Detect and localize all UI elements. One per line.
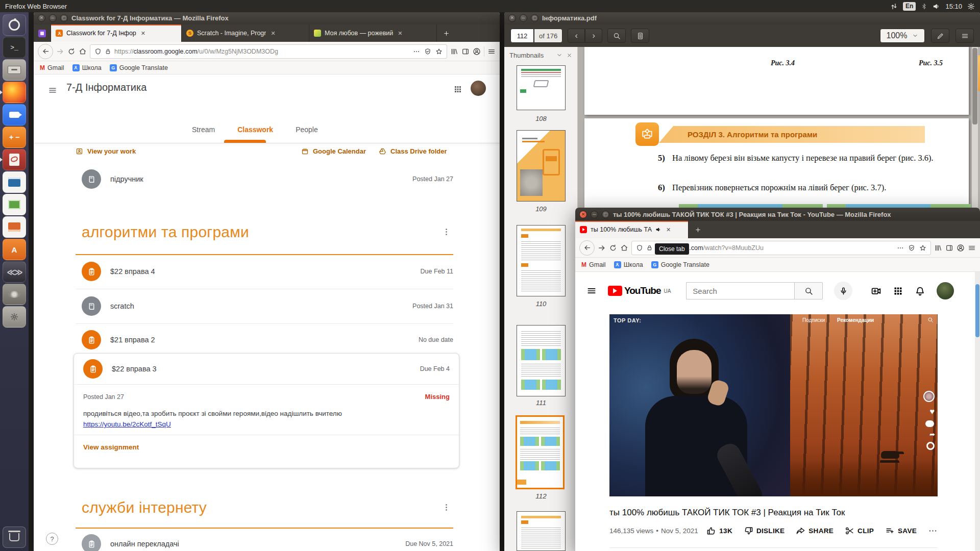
window-maximize-button[interactable]: ▢ (60, 14, 68, 22)
launcher-writer-icon[interactable] (3, 171, 26, 193)
bookmark-star-icon[interactable] (435, 48, 443, 55)
next-page-button[interactable]: › (585, 29, 602, 43)
voice-search-icon[interactable] (834, 282, 852, 300)
tab-close-icon[interactable]: ✕ (398, 30, 402, 37)
launcher-calculator-icon[interactable]: + − (3, 127, 26, 148)
launcher-software-icon[interactable]: A (3, 239, 26, 260)
material-row-pidruchnyk[interactable]: підручник Posted Jan 27 (82, 169, 453, 189)
page-actions-icon[interactable] (897, 244, 904, 252)
material-row-scratch[interactable]: scratch Posted Jan 31 (82, 296, 453, 316)
window-maximize-button[interactable]: ▢ (602, 211, 609, 218)
annotate-button[interactable] (631, 29, 649, 43)
library-icon[interactable] (450, 47, 458, 56)
sidebars-icon[interactable] (461, 47, 470, 56)
notifications-bell-icon[interactable] (915, 286, 925, 296)
session-gear-icon[interactable] (967, 3, 975, 10)
bookmark-school[interactable]: Школа (614, 261, 643, 268)
window-minimize-button[interactable]: ─ (520, 14, 527, 22)
youtube-menu-icon[interactable] (586, 286, 597, 296)
new-tab-button[interactable] (689, 221, 707, 238)
launcher-terminal-icon[interactable]: >_ (3, 37, 26, 58)
card-video-link[interactable]: https://youtu.be/2cKotf_tSqU (83, 420, 171, 428)
course-title[interactable]: 7-Д Інформатика (66, 82, 146, 93)
bookmark-translate[interactable]: GGoogle Translate (110, 64, 168, 71)
thumbnail-page-113[interactable] (517, 511, 566, 551)
window-close-button[interactable]: ✕ (38, 14, 45, 22)
youtube-search-input[interactable] (686, 282, 794, 299)
classroom-window-titlebar[interactable]: ✕ ─ ▢ Classwork for 7-Д Інформатика — Mo… (34, 11, 500, 24)
youtube-scrollbar[interactable] (975, 272, 980, 551)
window-close-button[interactable]: ✕ (508, 14, 516, 22)
protection-check-icon[interactable] (424, 48, 431, 55)
save-button[interactable]: SAVE (885, 526, 917, 536)
youtube-apps-icon[interactable] (893, 286, 903, 296)
pdf-scrollbar-thumb[interactable] (972, 48, 977, 124)
clock[interactable]: 15:10 (945, 3, 962, 10)
bookmark-translate[interactable]: GGoogle Translate (651, 261, 709, 268)
thumbnail-page-108[interactable] (517, 65, 566, 110)
thumbnail-page-110[interactable] (517, 225, 566, 296)
trash-icon[interactable] (3, 527, 26, 548)
volume-icon[interactable] (933, 3, 940, 10)
tracking-shield-icon[interactable] (636, 244, 643, 252)
sidebar-dropdown-icon[interactable] (556, 52, 562, 58)
pdf-search-button[interactable] (607, 29, 626, 43)
thumbnail-page-112-selected[interactable] (516, 415, 565, 489)
window-minimize-button[interactable]: ─ (591, 211, 598, 218)
dislike-button[interactable]: DISLIKE (744, 526, 785, 536)
sidebar-title[interactable]: Thumbnails (509, 52, 544, 59)
view-assignment-button[interactable]: View assignment (83, 443, 139, 451)
tab-close-icon[interactable]: ✕ (271, 30, 275, 37)
more-actions-icon[interactable] (928, 526, 938, 536)
tiktok-comment-icon[interactable] (925, 420, 934, 427)
assignment-row-vprava2[interactable]: $21 вправа 2 No due date (82, 330, 453, 350)
youtube-window-titlebar[interactable]: ✕ ─ ▢ ты 100% любишь ТАКОЙ ТИК ТОК #3 | … (575, 208, 980, 221)
url-bar[interactable]: https://classroom.google.com/u/0/w/Mzg5N… (90, 44, 447, 59)
launcher-calc-sheet-icon[interactable] (3, 194, 26, 215)
tab-mylove[interactable]: Моя любов — рожевий ✕ (309, 24, 437, 42)
back-button[interactable] (38, 44, 53, 59)
tab-classroom[interactable]: Classwork for 7-Д Інфор ✕ (51, 24, 182, 42)
previous-page-button[interactable]: ‹ (568, 29, 585, 43)
reload-button[interactable] (609, 244, 617, 252)
bookmark-gmail[interactable]: MGmail (581, 261, 606, 268)
launcher-document-viewer-icon[interactable] (3, 149, 26, 170)
home-button[interactable] (620, 244, 628, 252)
section-title-internet[interactable]: служби інтернету (82, 499, 207, 516)
assignment-row-translators[interactable]: онлайн перекладачі Due Nov 5, 2021 (82, 534, 453, 551)
launcher-disks-icon[interactable] (3, 284, 26, 305)
sidebar-close-icon[interactable] (567, 53, 572, 58)
protection-check-icon[interactable] (908, 244, 915, 252)
launcher-zoom-icon[interactable] (3, 104, 26, 126)
tab-classwork[interactable]: Classwork (237, 126, 273, 134)
tab-youtube-video[interactable]: ты 100% любишь ТА ✕ (575, 221, 689, 238)
forward-button[interactable] (56, 47, 64, 56)
launcher-tweaks-icon[interactable] (3, 306, 26, 328)
bookmark-star-icon[interactable] (919, 244, 926, 252)
app-menu-icon[interactable] (487, 47, 496, 56)
avatar[interactable] (471, 81, 486, 96)
forward-button[interactable] (598, 244, 606, 252)
thumbnail-page-111[interactable] (517, 325, 566, 396)
tiktok-profile-icon[interactable] (923, 391, 935, 402)
tab-people[interactable]: People (296, 126, 318, 134)
reload-button[interactable] (67, 47, 76, 56)
tiktok-subscriptions-label[interactable]: Подписки (802, 317, 825, 323)
google-apps-grid-icon[interactable] (453, 85, 462, 94)
thumbnail-page-109[interactable] (517, 130, 566, 202)
tiktok-share-icon[interactable]: ➦ (929, 431, 935, 438)
bookmark-gmail[interactable]: MGmail (40, 64, 64, 71)
tiktok-search-icon[interactable] (927, 317, 934, 323)
sidebars-icon[interactable] (945, 244, 953, 252)
new-tab-button[interactable] (437, 24, 455, 42)
launcher-impress-icon[interactable] (3, 216, 26, 238)
bookmark-school[interactable]: Школа (72, 64, 102, 71)
youtube-search-button[interactable] (794, 282, 823, 299)
youtube-logo[interactable]: YouTube UA (608, 285, 671, 296)
tab-close-icon[interactable]: ✕ (141, 30, 145, 37)
create-video-icon[interactable] (871, 286, 881, 296)
pdf-window-titlebar[interactable]: ✕ ─ ▢ Інформатика.pdf (504, 11, 980, 24)
tracking-shield-icon[interactable] (94, 48, 102, 55)
clip-button[interactable]: CLIP (845, 526, 874, 536)
view-your-work-link[interactable]: View your work (76, 147, 136, 155)
